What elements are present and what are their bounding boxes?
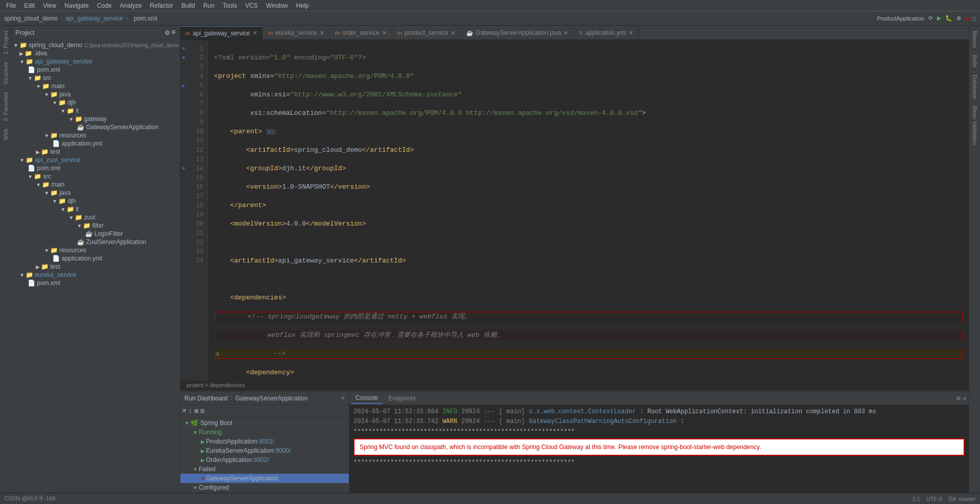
menu-vcs[interactable]: VCS	[241, 2, 262, 9]
tree-arrow: ▼	[19, 272, 25, 278]
tree-item-login-filter[interactable]: ☕ LoginFilter	[11, 230, 180, 238]
tree-item-zuul-djh[interactable]: ▼ 📁 djh	[11, 197, 180, 205]
toolbar-coverage[interactable]: ⊕	[956, 15, 961, 22]
tree-arrow: ▼	[36, 182, 41, 188]
menu-file[interactable]: File	[2, 2, 20, 9]
menu-tools[interactable]: Tools	[219, 2, 241, 9]
tab-eureka[interactable]: m eureka_service ✕	[263, 26, 330, 39]
tree-item-zuul-app[interactable]: ☕ ZuulServerApplication	[11, 238, 180, 246]
tree-item-pom[interactable]: 📄 pom.xml	[11, 66, 180, 74]
tree-item-zuul-pom[interactable]: 📄 pom.xml	[11, 164, 180, 172]
menu-refactor[interactable]: Refactor	[146, 2, 177, 9]
menu-run[interactable]: Run	[199, 2, 219, 9]
right-tab-maven[interactable]: Maven	[970, 28, 979, 51]
run-toolbar-icon-1[interactable]: ≡	[182, 407, 186, 415]
tree-item-djh[interactable]: ▼ 📁 djh	[11, 98, 180, 107]
run-item-order[interactable]: ▶ OrderApplication :9002/	[180, 455, 349, 465]
folder-icon: 📁	[58, 99, 66, 106]
menu-help[interactable]: Help	[292, 2, 313, 9]
tree-arrow: ▼	[19, 59, 25, 65]
console-settings[interactable]: ⚙	[956, 394, 961, 402]
fold-arrow[interactable]: ▼	[182, 55, 185, 61]
tree-item-appyml[interactable]: 📄 application.yml	[11, 139, 180, 148]
tab-product[interactable]: m product_service ✕	[392, 26, 461, 39]
sidebar-tab-favorites[interactable]: 2: Favorites	[1, 89, 10, 124]
tab-close[interactable]: ✕	[629, 30, 633, 36]
tree-item-eureka-service[interactable]: ▼ 📁 eureka_service	[11, 271, 180, 279]
tab-close[interactable]: ✕	[320, 30, 324, 36]
run-item-gateway[interactable]: ✕ GatewayServerApplication	[180, 474, 349, 483]
sidebar-tab-project[interactable]: 1: Project	[1, 28, 10, 57]
toolbar-refresh[interactable]: ⟳	[928, 15, 933, 22]
code-view[interactable]: ▼ ▼ ▶ ▼	[180, 40, 969, 381]
run-toolbar-icon-4[interactable]: ⊟	[200, 407, 204, 415]
tree-item-main[interactable]: ▼ 📁 main	[11, 82, 180, 90]
right-tab-database[interactable]: Database	[970, 72, 979, 102]
sidebar-icon-expand[interactable]: ≡	[172, 28, 176, 37]
run-item-product[interactable]: ▶ ProductApplication :9001/	[180, 437, 349, 446]
tree-item-java[interactable]: ▼ 📁 java	[11, 90, 180, 98]
menu-view[interactable]: View	[39, 2, 60, 9]
toolbar-stop[interactable]: ■	[965, 15, 969, 22]
tree-item-eureka-pom[interactable]: 📄 pom.xml	[11, 279, 180, 287]
menu-code[interactable]: Code	[93, 2, 116, 9]
run-toolbar-icon-3[interactable]: ⊞	[195, 407, 199, 415]
run-item-configured-group[interactable]: ▼ Configured	[180, 483, 349, 492]
tab-close[interactable]: ✕	[382, 30, 387, 36]
right-tab-bean-validation[interactable]: Bean Validation	[970, 103, 979, 148]
toolbar-run[interactable]: ▶	[937, 15, 941, 22]
tree-item-root[interactable]: ▼ 📁 spring_cloud_demo C:/java-test/idea2…	[11, 41, 180, 49]
tree-item-filter-dir[interactable]: ▼ 📁 filter	[11, 221, 180, 230]
tree-item-gateway[interactable]: ▼ 📁 gateway	[11, 115, 180, 123]
console-tab-endpoints[interactable]: Endpoints	[384, 393, 420, 404]
tab-appyml[interactable]: Y application.yml ✕	[574, 26, 639, 39]
tab-order[interactable]: m order_service ✕	[330, 26, 392, 39]
tree-item-zuul-dir[interactable]: ▼ 📁 zuul	[11, 213, 180, 221]
tree-item-zuul-main[interactable]: ▼ 📁 main	[11, 180, 180, 189]
run-panel-close[interactable]: ✕	[341, 394, 345, 402]
run-item-eureka[interactable]: ▶ EurekaServerApplication :9000/	[180, 446, 349, 455]
tree-item-zuul-it[interactable]: ▼ 📁 it	[11, 205, 180, 213]
tab-gateway-app[interactable]: ☕ GatewayServerApplication.java ✕	[461, 26, 574, 39]
project-label: spring_cloud_demo	[4, 15, 58, 22]
tree-item-resources[interactable]: ▼ 📁 resources	[11, 131, 180, 139]
run-item-failed-group[interactable]: ▼ Failed	[180, 465, 349, 474]
menu-analyze[interactable]: Analyze	[116, 2, 146, 9]
tree-item-it[interactable]: ▼ 📁 it	[11, 107, 180, 115]
toolbar-debug[interactable]: 🐛	[945, 15, 952, 22]
fold-arrow[interactable]: ▼	[182, 166, 185, 172]
run-toolbar-icon-2[interactable]: ↕	[189, 407, 193, 415]
menu-navigate[interactable]: Navigate	[60, 2, 93, 9]
tab-close[interactable]: ✕	[253, 30, 257, 36]
tree-item-zuul-yml[interactable]: 📄 application.yml	[11, 254, 180, 263]
tree-item-zuul-service[interactable]: ▼ 📁 api_zuul_service	[11, 156, 180, 164]
code-content[interactable]: <?xml version="1.0" encoding="UTF-8"?> <…	[208, 40, 969, 381]
sidebar-icon-settings[interactable]: ⚙	[165, 28, 169, 37]
tree-item-zuul-resources[interactable]: ▼ 📁 resources	[11, 246, 180, 254]
tree-item-test[interactable]: ▶ 📁 test	[11, 148, 180, 156]
menu-edit[interactable]: Edit	[20, 2, 39, 9]
sidebar-tab-web[interactable]: Web	[1, 126, 10, 143]
tree-item-gateway-app[interactable]: ☕ GatewayServerApplication	[11, 123, 180, 131]
right-tab-build[interactable]: Build	[970, 52, 979, 70]
run-item-springboot[interactable]: ▼ 🌿 Spring Boot	[180, 418, 349, 428]
console-tab-console[interactable]: Console	[351, 393, 382, 404]
fold-arrow[interactable]: ▶	[182, 83, 185, 89]
tree-item-api-gateway[interactable]: ▼ 📁 api_gateway_service	[11, 57, 180, 66]
fold-arrow[interactable]: ▼	[182, 46, 185, 52]
console-close[interactable]: ✕	[963, 394, 967, 402]
tab-api-gateway[interactable]: m api_gateway_service ✕	[180, 26, 263, 39]
menu-window[interactable]: Window	[262, 2, 292, 9]
toolbar-more[interactable]: □	[972, 15, 976, 22]
tree-item-idea[interactable]: ▶ 📁 .idea	[11, 49, 180, 57]
tree-item-src[interactable]: ▼ 📁 src	[11, 74, 180, 82]
tree-item-zuul-test[interactable]: ▶ 📁 test	[11, 263, 180, 271]
run-item-running[interactable]: ▼ Running	[180, 428, 349, 437]
tab-close[interactable]: ✕	[564, 30, 568, 36]
tree-item-zuul-src[interactable]: ▼ 📁 src	[11, 172, 180, 180]
menu-build[interactable]: Build	[177, 2, 199, 9]
tab-close[interactable]: ✕	[451, 30, 455, 36]
tree-item-zuul-java[interactable]: ▼ 📁 java	[11, 189, 180, 197]
sidebar-tab-structure[interactable]: Structure	[1, 58, 10, 88]
code-line-16: webflux 实现和 springmvc 存在冲突，需要在各子模块中导入 we…	[215, 331, 963, 340]
